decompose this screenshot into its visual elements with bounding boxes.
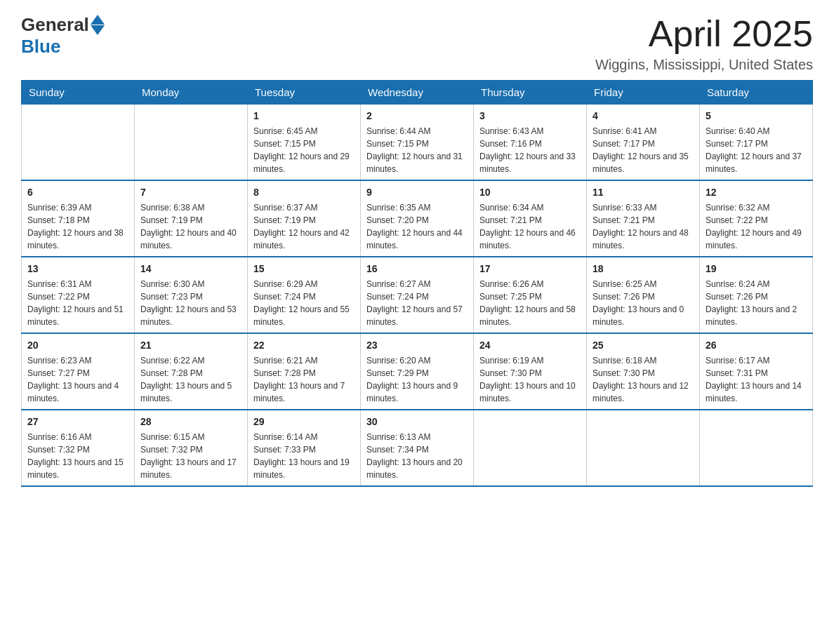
calendar-week-3: 13Sunrise: 6:31 AMSunset: 7:22 PMDayligh… [22, 257, 813, 333]
day-number: 16 [366, 262, 468, 276]
day-number: 8 [253, 185, 355, 200]
day-number: 23 [366, 338, 468, 353]
day-sun-info: Sunrise: 6:38 AMSunset: 7:19 PMDaylight:… [140, 201, 241, 252]
day-number: 29 [253, 415, 355, 429]
calendar-header-row: SundayMondayTuesdayWednesdayThursdayFrid… [22, 81, 813, 105]
calendar-cell: 1Sunrise: 6:45 AMSunset: 7:15 PMDaylight… [248, 105, 361, 181]
day-number: 26 [706, 338, 807, 353]
day-number: 2 [366, 109, 468, 123]
day-number: 17 [479, 262, 581, 276]
day-number: 12 [706, 185, 807, 200]
logo-blue-text: Blue [21, 36, 60, 58]
page-header: General Blue April 2025 Wiggins, Mississ… [21, 14, 813, 73]
day-sun-info: Sunrise: 6:22 AMSunset: 7:28 PMDaylight:… [140, 354, 241, 405]
calendar-week-2: 6Sunrise: 6:39 AMSunset: 7:18 PMDaylight… [22, 180, 813, 257]
day-number: 15 [253, 262, 355, 276]
calendar-week-4: 20Sunrise: 6:23 AMSunset: 7:27 PMDayligh… [22, 333, 813, 410]
calendar-cell: 16Sunrise: 6:27 AMSunset: 7:24 PMDayligh… [361, 257, 474, 333]
calendar-cell: 5Sunrise: 6:40 AMSunset: 7:17 PMDaylight… [700, 105, 813, 181]
day-sun-info: Sunrise: 6:15 AMSunset: 7:32 PMDaylight:… [140, 431, 241, 481]
calendar-cell: 6Sunrise: 6:39 AMSunset: 7:18 PMDaylight… [22, 180, 135, 257]
day-sun-info: Sunrise: 6:16 AMSunset: 7:32 PMDaylight:… [27, 431, 128, 481]
calendar-cell: 29Sunrise: 6:14 AMSunset: 7:33 PMDayligh… [248, 410, 361, 486]
calendar-cell [22, 105, 135, 181]
day-sun-info: Sunrise: 6:21 AMSunset: 7:28 PMDaylight:… [253, 354, 355, 405]
day-number: 27 [27, 415, 128, 429]
day-sun-info: Sunrise: 6:25 AMSunset: 7:26 PMDaylight:… [593, 278, 694, 328]
day-sun-info: Sunrise: 6:31 AMSunset: 7:22 PMDaylight:… [27, 278, 128, 328]
calendar-cell: 12Sunrise: 6:32 AMSunset: 7:22 PMDayligh… [700, 180, 813, 257]
calendar-cell: 28Sunrise: 6:15 AMSunset: 7:32 PMDayligh… [135, 410, 248, 486]
day-number: 22 [253, 338, 355, 353]
header-friday: Friday [587, 81, 700, 105]
day-sun-info: Sunrise: 6:41 AMSunset: 7:17 PMDaylight:… [593, 125, 694, 175]
calendar-cell: 3Sunrise: 6:43 AMSunset: 7:16 PMDaylight… [474, 105, 587, 181]
day-sun-info: Sunrise: 6:26 AMSunset: 7:25 PMDaylight:… [479, 278, 581, 328]
day-number: 21 [140, 338, 241, 353]
calendar-cell: 21Sunrise: 6:22 AMSunset: 7:28 PMDayligh… [135, 333, 248, 410]
day-number: 28 [140, 415, 241, 429]
day-sun-info: Sunrise: 6:18 AMSunset: 7:30 PMDaylight:… [593, 354, 694, 405]
day-sun-info: Sunrise: 6:20 AMSunset: 7:29 PMDaylight:… [366, 354, 468, 405]
calendar-cell: 2Sunrise: 6:44 AMSunset: 7:15 PMDaylight… [361, 105, 474, 181]
day-sun-info: Sunrise: 6:29 AMSunset: 7:24 PMDaylight:… [253, 278, 355, 328]
header-sunday: Sunday [22, 81, 135, 105]
header-thursday: Thursday [474, 81, 587, 105]
title-block: April 2025 Wiggins, Mississippi, United … [595, 14, 813, 73]
calendar-cell: 30Sunrise: 6:13 AMSunset: 7:34 PMDayligh… [361, 410, 474, 486]
day-number: 19 [706, 262, 807, 276]
header-tuesday: Tuesday [248, 81, 361, 105]
header-wednesday: Wednesday [361, 81, 474, 105]
day-sun-info: Sunrise: 6:14 AMSunset: 7:33 PMDaylight:… [253, 431, 355, 481]
day-number: 9 [366, 185, 468, 200]
day-sun-info: Sunrise: 6:32 AMSunset: 7:22 PMDaylight:… [706, 201, 807, 252]
day-sun-info: Sunrise: 6:45 AMSunset: 7:15 PMDaylight:… [253, 125, 355, 175]
calendar-week-5: 27Sunrise: 6:16 AMSunset: 7:32 PMDayligh… [22, 410, 813, 486]
day-sun-info: Sunrise: 6:24 AMSunset: 7:26 PMDaylight:… [706, 278, 807, 328]
day-sun-info: Sunrise: 6:44 AMSunset: 7:15 PMDaylight:… [366, 125, 468, 175]
day-sun-info: Sunrise: 6:17 AMSunset: 7:31 PMDaylight:… [706, 354, 807, 405]
day-number: 5 [706, 109, 807, 123]
calendar-week-1: 1Sunrise: 6:45 AMSunset: 7:15 PMDaylight… [22, 105, 813, 181]
calendar-cell: 9Sunrise: 6:35 AMSunset: 7:20 PMDaylight… [361, 180, 474, 257]
calendar-cell: 14Sunrise: 6:30 AMSunset: 7:23 PMDayligh… [135, 257, 248, 333]
calendar-cell: 26Sunrise: 6:17 AMSunset: 7:31 PMDayligh… [700, 333, 813, 410]
day-sun-info: Sunrise: 6:34 AMSunset: 7:21 PMDaylight:… [479, 201, 581, 252]
day-number: 25 [593, 338, 694, 353]
calendar-cell: 27Sunrise: 6:16 AMSunset: 7:32 PMDayligh… [22, 410, 135, 486]
logo: General Blue [21, 14, 105, 58]
day-sun-info: Sunrise: 6:30 AMSunset: 7:23 PMDaylight:… [140, 278, 241, 328]
calendar-cell: 25Sunrise: 6:18 AMSunset: 7:30 PMDayligh… [587, 333, 700, 410]
day-sun-info: Sunrise: 6:13 AMSunset: 7:34 PMDaylight:… [366, 431, 468, 481]
calendar-cell: 17Sunrise: 6:26 AMSunset: 7:25 PMDayligh… [474, 257, 587, 333]
day-sun-info: Sunrise: 6:40 AMSunset: 7:17 PMDaylight:… [706, 125, 807, 175]
day-number: 10 [479, 185, 581, 200]
day-number: 4 [593, 109, 694, 123]
header-monday: Monday [135, 81, 248, 105]
day-sun-info: Sunrise: 6:43 AMSunset: 7:16 PMDaylight:… [479, 125, 581, 175]
day-number: 20 [27, 338, 128, 353]
logo-general-text: General [21, 14, 89, 36]
day-number: 3 [479, 109, 581, 123]
day-number: 7 [140, 185, 241, 200]
calendar-cell: 23Sunrise: 6:20 AMSunset: 7:29 PMDayligh… [361, 333, 474, 410]
calendar-cell [587, 410, 700, 486]
day-sun-info: Sunrise: 6:33 AMSunset: 7:21 PMDaylight:… [593, 201, 694, 252]
day-sun-info: Sunrise: 6:27 AMSunset: 7:24 PMDaylight:… [366, 278, 468, 328]
day-sun-info: Sunrise: 6:37 AMSunset: 7:19 PMDaylight:… [253, 201, 355, 252]
day-number: 18 [593, 262, 694, 276]
day-number: 1 [253, 109, 355, 123]
calendar-cell [700, 410, 813, 486]
day-sun-info: Sunrise: 6:23 AMSunset: 7:27 PMDaylight:… [27, 354, 128, 405]
calendar-cell: 15Sunrise: 6:29 AMSunset: 7:24 PMDayligh… [248, 257, 361, 333]
calendar-cell: 7Sunrise: 6:38 AMSunset: 7:19 PMDaylight… [135, 180, 248, 257]
calendar-cell [474, 410, 587, 486]
day-number: 24 [479, 338, 581, 353]
day-number: 14 [140, 262, 241, 276]
calendar-cell: 10Sunrise: 6:34 AMSunset: 7:21 PMDayligh… [474, 180, 587, 257]
day-sun-info: Sunrise: 6:35 AMSunset: 7:20 PMDaylight:… [366, 201, 468, 252]
month-year-title: April 2025 [595, 14, 813, 54]
day-sun-info: Sunrise: 6:19 AMSunset: 7:30 PMDaylight:… [479, 354, 581, 405]
calendar-cell: 19Sunrise: 6:24 AMSunset: 7:26 PMDayligh… [700, 257, 813, 333]
calendar-cell: 4Sunrise: 6:41 AMSunset: 7:17 PMDaylight… [587, 105, 700, 181]
